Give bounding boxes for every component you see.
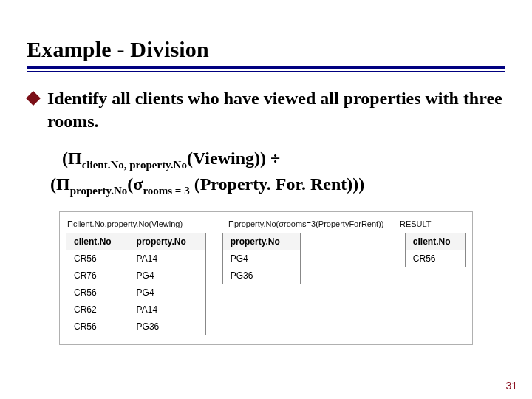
slide: Example - Division Identify all clients … (0, 0, 532, 399)
tables-row: client.No property.No CR56PA14 CR76PG4 C… (66, 233, 466, 335)
prompt-text: Identify all clients who have viewed all… (47, 87, 505, 133)
page-title: Example - Division (27, 37, 505, 62)
table-row: CR56PG36 (66, 318, 206, 335)
pi-symbol: Π (68, 149, 82, 168)
pi-symbol-2: Π (56, 174, 70, 194)
pi-subscript-2: property.No (70, 185, 128, 197)
formula-line-2: (Πproperty.No(σrooms = 3 (Property. For.… (50, 172, 505, 198)
table-header-result: RESULT (400, 219, 451, 228)
table-viewing: client.No property.No CR56PA14 CR76PG4 C… (66, 233, 206, 335)
cell: CR76 (66, 267, 129, 284)
cell: PG36 (129, 318, 205, 335)
col-propertyno: property.No (222, 233, 300, 250)
formula-line-1: (Πclient.No, property.No(Viewing)) ÷ (62, 146, 505, 172)
table-row: property.No (222, 233, 300, 250)
table-row: PG4 (222, 250, 300, 267)
cell: CR56 (66, 284, 129, 301)
title-underline-thick (27, 66, 505, 69)
table-row: CR56 (405, 250, 466, 267)
table-row: CR56PA14 (66, 250, 206, 267)
tables-panel: Πclient.No,property.No(Viewing) Πpropert… (59, 211, 473, 345)
formula: (Πclient.No, property.No(Viewing)) ÷ (Πp… (62, 146, 505, 198)
pi-subscript-1: client.No, property.No (82, 159, 187, 171)
title-underline-thin (27, 71, 505, 72)
cell: PG36 (222, 267, 300, 284)
table-row: CR62PA14 (66, 301, 206, 318)
cell: PG4 (129, 267, 205, 284)
divide-symbol: ÷ (270, 149, 280, 168)
table-row: CR56PG4 (66, 284, 206, 301)
page-number: 31 (505, 380, 517, 392)
cell: PA14 (129, 301, 205, 318)
table-property: property.No PG4 PG36 (222, 233, 301, 284)
relation-property: (Property. For. Rent))) (190, 174, 365, 194)
cell: PG4 (222, 250, 300, 267)
table-row: PG36 (222, 267, 300, 284)
cell: CR56 (405, 250, 466, 267)
tables-header-row: Πclient.No,property.No(Viewing) Πpropert… (66, 219, 466, 228)
table-result: client.No CR56 (405, 233, 466, 267)
table-row: CR76PG4 (66, 267, 206, 284)
cell: PA14 (129, 250, 205, 267)
diamond-bullet-icon (26, 91, 41, 106)
paren-open-2: ( (50, 174, 56, 194)
col-clientno: client.No (66, 233, 129, 250)
relation-viewing: (Viewing)) (187, 149, 270, 168)
sigma-subscript: rooms = 3 (143, 185, 189, 197)
table-row: client.No (405, 233, 466, 250)
table-row: client.No property.No (66, 233, 206, 250)
prompt-block: Identify all clients who have viewed all… (27, 87, 505, 133)
col-propertyno: property.No (129, 233, 205, 250)
cell: CR62 (66, 301, 129, 318)
cell: CR56 (66, 318, 129, 335)
col-clientno: client.No (405, 233, 466, 250)
cell: CR56 (66, 250, 129, 267)
sigma-symbol: σ (133, 174, 143, 194)
cell: PG4 (129, 284, 205, 301)
paren-open: ( (62, 149, 68, 168)
table-header-property: Πproperty.No(σrooms=3(PropertyForRent)) (228, 219, 383, 228)
table-header-viewing: Πclient.No,property.No(Viewing) (67, 219, 212, 228)
